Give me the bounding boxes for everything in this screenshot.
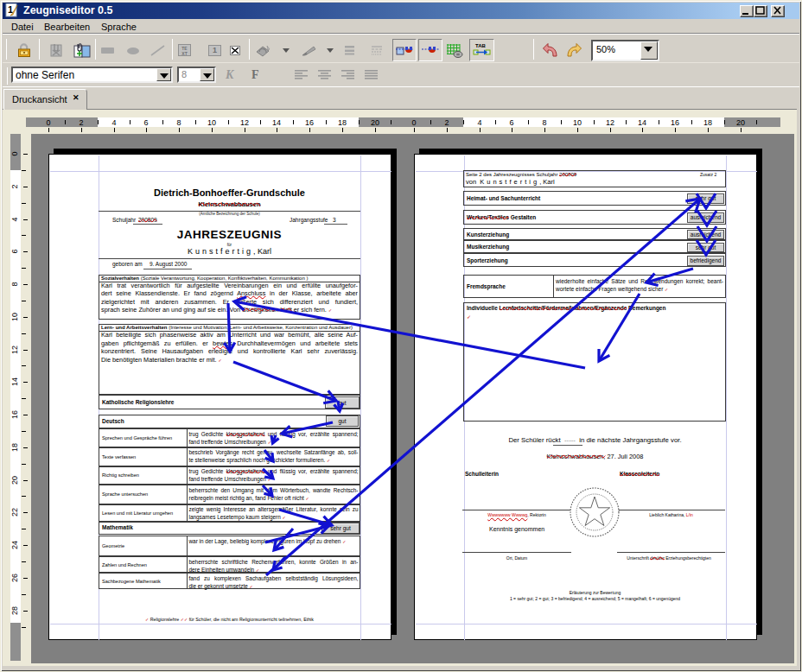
svg-text:TAB: TAB	[475, 43, 487, 48]
